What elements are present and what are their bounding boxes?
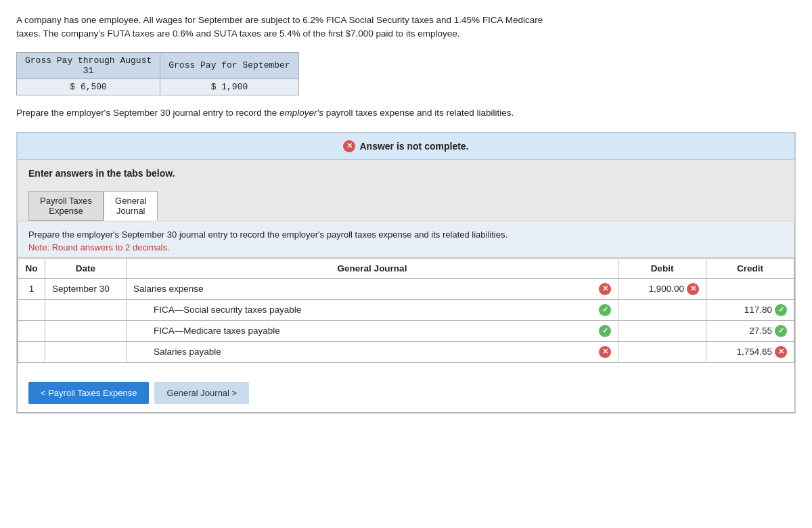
table-row: Salaries payable ✕ 1,754.65 ✕ — [18, 341, 794, 362]
prepare-text: Prepare the employer's September 30 jour… — [16, 106, 796, 120]
instruction-note: Note: Round answers to 2 decimals. — [28, 242, 170, 252]
tab-general-journal[interactable]: General Journal — [104, 191, 158, 221]
row3-date — [45, 320, 127, 341]
col-header-date: Date — [45, 258, 127, 278]
row1-debit-icon: ✕ — [687, 283, 699, 295]
row2-credit-icon: ✓ — [775, 304, 787, 316]
row4-credit: 1,754.65 ✕ — [706, 341, 794, 362]
row4-gj-icon: ✕ — [599, 346, 611, 358]
main-content-area: Prepare the employer's September 30 jour… — [17, 221, 795, 413]
row3-gj: FICA—Medicare taxes payable ✓ — [127, 320, 618, 341]
row3-gj-icon: ✓ — [599, 325, 611, 337]
answer-x-icon: ✕ — [343, 140, 355, 152]
row3-credit: 27.55 ✓ — [706, 320, 794, 341]
row1-gj-icon: ✕ — [599, 283, 611, 295]
gross-pay-table: Gross Pay through August 31 Gross Pay fo… — [16, 52, 299, 95]
instruction-bar: Prepare the employer's September 30 jour… — [18, 221, 794, 258]
row2-gj: FICA—Social security taxes payable ✓ — [127, 299, 618, 320]
answer-section: ✕ Answer is not complete. Enter answers … — [16, 132, 796, 414]
row1-date: September 30 — [45, 278, 127, 299]
intro-text: A company has one employee. All wages fo… — [16, 14, 796, 41]
payroll-taxes-expense-button[interactable]: < Payroll Taxes Expense — [28, 382, 149, 404]
row2-no — [18, 299, 45, 320]
table-row: FICA—Medicare taxes payable ✓ 27.55 ✓ — [18, 320, 794, 341]
enter-answers-label: Enter answers in the tabs below. — [28, 168, 784, 188]
col-header-no: No — [18, 258, 45, 278]
row2-date — [45, 299, 127, 320]
tab-payroll-taxes-expense[interactable]: Payroll Taxes Expense — [28, 191, 104, 221]
row1-debit: 1,900.00 ✕ — [618, 278, 706, 299]
row2-credit: 117.80 ✓ — [706, 299, 794, 320]
bottom-nav: < Payroll Taxes Expense General Journal … — [18, 374, 794, 412]
row1-no: 1 — [18, 278, 45, 299]
row4-no — [18, 341, 45, 362]
row3-no — [18, 320, 45, 341]
journal-table: No Date General Journal Debit Credit 1 S… — [18, 258, 794, 363]
row3-credit-icon: ✓ — [775, 325, 787, 337]
row4-gj: Salaries payable ✕ — [127, 341, 618, 362]
tabs-row: Payroll Taxes Expense General Journal — [28, 191, 784, 221]
row4-credit-icon: ✕ — [775, 346, 787, 358]
general-journal-button[interactable]: General Journal > — [154, 382, 249, 404]
col-header-credit: Credit — [706, 258, 794, 278]
row4-debit — [618, 341, 706, 362]
col-header-debit: Debit — [618, 258, 706, 278]
row1-gj: Salaries expense ✕ — [127, 278, 618, 299]
row4-date — [45, 341, 127, 362]
answer-banner: ✕ Answer is not complete. — [17, 133, 795, 160]
answer-banner-text: Answer is not complete. — [359, 141, 468, 152]
row3-debit — [618, 320, 706, 341]
table-row: FICA—Social security taxes payable ✓ 117… — [18, 299, 794, 320]
col-header-gj: General Journal — [127, 258, 618, 278]
row2-debit — [618, 299, 706, 320]
enter-answers-section: Enter answers in the tabs below. Payroll… — [17, 160, 795, 221]
table-row: 1 September 30 Salaries expense ✕ 1,900.… — [18, 278, 794, 299]
row1-credit — [706, 278, 794, 299]
row2-gj-icon: ✓ — [599, 304, 611, 316]
